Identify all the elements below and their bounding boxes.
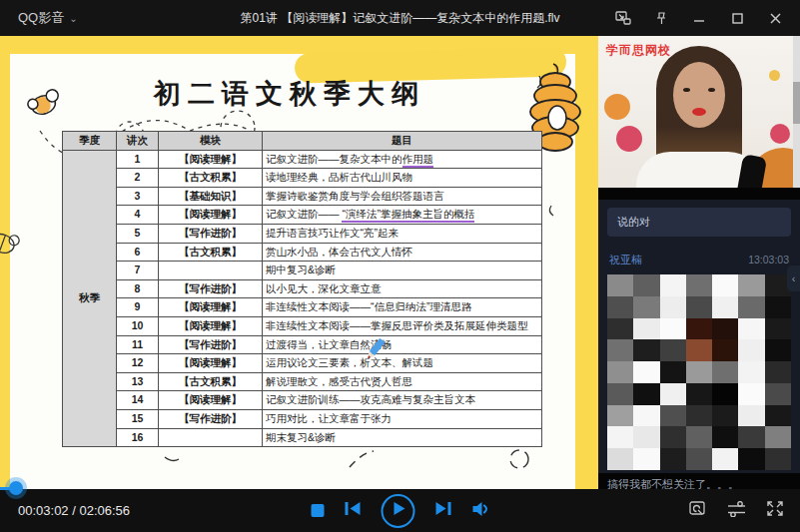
decor-circle	[604, 94, 630, 120]
maximize-icon	[731, 12, 744, 25]
censored-image	[607, 274, 791, 470]
maximize-button[interactable]	[722, 5, 752, 31]
table-row: 12 【阅读理解】 运用议论文三要素，析文本、解试题	[63, 354, 542, 373]
fullscreen-button[interactable]	[766, 500, 784, 521]
topic-cell: 巧用对比，让文章富于张力	[263, 409, 542, 428]
lecture-number: 6	[117, 243, 159, 262]
next-icon	[434, 501, 451, 520]
teacher-panel: 学而思网校 说的对 祝亚楠 13:03:03 ‹ 搞得我都不想关注了。。。	[598, 36, 800, 489]
chat-message-bubble: 说的对	[607, 208, 791, 237]
brand-watermark: 学而思网校	[606, 42, 671, 59]
table-row: 6 【古文积累】 赏山水小品，体会古代文人情怀	[63, 243, 542, 262]
lecture-number: 9	[117, 298, 159, 317]
next-button[interactable]	[434, 501, 451, 520]
lecture-number: 12	[117, 354, 159, 373]
sliders-icon	[727, 501, 746, 521]
module-label: 【阅读理解】	[159, 316, 263, 335]
module-label	[159, 262, 263, 280]
video-frame: 初二语文秋季大纲 季度讲次模块题目 秋季 1 【阅读理解】 记叙文进阶——复杂文…	[0, 36, 800, 489]
lecture-number: 11	[117, 335, 159, 354]
table-row: 8 【写作进阶】 以小见大，深化文章立意	[63, 279, 542, 298]
table-row: 2 【古文积累】 读地理经典，品析古代山川风物	[63, 169, 542, 188]
lecture-number: 14	[117, 391, 159, 410]
pin-on-top-button[interactable]	[646, 5, 676, 31]
topic-cell: 赏山水小品，体会古代文人情怀	[263, 243, 542, 262]
play-icon	[390, 501, 405, 520]
syllabus-table-body: 秋季 1 【阅读理解】 记叙文进阶——复杂文本中的作用题 2 【古文积累】 读地…	[63, 150, 542, 447]
syllabus-table-header-row: 季度讲次模块题目	[63, 132, 542, 151]
table-row: 14 【阅读理解】 记叙文进阶训练——攻克高难与复杂主旨文本	[63, 391, 542, 410]
volume-icon	[471, 501, 489, 521]
topic-cell: 记叙文进阶——复杂文本中的作用题	[263, 150, 542, 169]
module-label: 【阅读理解】	[159, 206, 263, 225]
lecture-number: 1	[117, 150, 159, 169]
minimize-icon	[692, 11, 706, 25]
topic-cell: 期末复习&诊断	[263, 428, 542, 447]
previous-button[interactable]	[344, 501, 361, 520]
topic-cell: 期中复习&诊断	[263, 262, 542, 280]
mini-window-icon	[615, 11, 631, 25]
topic-cell: 非连续性文本阅读——“信息归纳法”理清思路	[263, 298, 542, 317]
table-row: 13 【古文积累】 解说理散文，感受古代贤人哲思	[63, 372, 542, 391]
lecture-number: 8	[117, 279, 159, 298]
table-row: 4 【阅读理解】 记叙文进阶—— “演绎法”掌握抽象主旨的概括	[63, 206, 542, 225]
lecture-number: 15	[117, 409, 159, 428]
lesson-slide: 初二语文秋季大纲 季度讲次模块题目 秋季 1 【阅读理解】 记叙文进阶——复杂文…	[0, 36, 598, 489]
webcam-letterbox	[598, 188, 800, 200]
lecture-number: 7	[117, 262, 159, 280]
mini-mode-button[interactable]	[608, 5, 638, 31]
close-button[interactable]	[760, 5, 790, 31]
time-display: 00:03:02 / 02:06:56	[18, 489, 130, 532]
toolbox-button[interactable]	[689, 500, 707, 521]
module-label: 【写作进阶】	[159, 279, 263, 298]
season-cell: 秋季	[63, 150, 117, 447]
module-label: 【古文积累】	[159, 372, 263, 391]
table-row: 16 期末复习&诊断	[63, 428, 542, 447]
module-label: 【阅读理解】	[159, 354, 263, 373]
syllabus-table: 季度讲次模块题目 秋季 1 【阅读理解】 记叙文进阶——复杂文本中的作用题 2 …	[62, 131, 542, 447]
toolbox-icon	[689, 500, 707, 521]
lecture-number: 4	[117, 206, 159, 225]
lecture-number: 10	[117, 316, 159, 335]
table-row: 7 期中复习&诊断	[63, 262, 542, 280]
module-label	[159, 428, 263, 447]
column-header: 季度	[63, 132, 117, 151]
teacher-face	[673, 62, 725, 128]
qq-player-window: QQ影音 ⌄ 第01讲 【阅读理解】记叙文进阶——复杂文本中的作用题.flv	[0, 0, 800, 532]
lecture-number: 3	[117, 187, 159, 206]
app-name-label: QQ影音	[18, 9, 64, 27]
chat-timestamp: 13:03:03	[748, 254, 789, 266]
column-header: 讲次	[117, 132, 159, 151]
module-label: 【阅读理解】	[159, 391, 263, 410]
stop-button[interactable]	[311, 504, 324, 517]
topic-cell: 过渡得当，让文章自然流畅	[263, 335, 542, 354]
module-label: 【写作进阶】	[159, 335, 263, 354]
topic-cell: 提升语言技巧让作文“亮”起来	[263, 224, 542, 243]
play-button[interactable]	[381, 494, 414, 528]
playlist-settings-button[interactable]	[727, 501, 746, 521]
app-menu[interactable]: QQ影音 ⌄	[18, 9, 78, 27]
module-label: 【阅读理解】	[159, 150, 263, 169]
table-row: 3 【基础知识】 掌握诗歌鉴赏角度与学会组织答题语言	[63, 187, 542, 206]
minimize-button[interactable]	[684, 5, 714, 31]
table-row: 5 【写作进阶】 提升语言技巧让作文“亮”起来	[63, 224, 542, 243]
topic-cell: 记叙文进阶—— “演绎法”掌握抽象主旨的概括	[263, 206, 542, 225]
topic-cell: 以小见大，深化文章立意	[263, 279, 542, 298]
collapse-chevron-icon: ‹	[787, 266, 800, 291]
column-header: 模块	[159, 132, 263, 151]
module-label: 【古文积累】	[159, 243, 263, 262]
decor-circle	[769, 70, 780, 81]
teacher-webcam: 学而思网校	[598, 36, 800, 188]
slide-heading: 初二语文秋季大纲	[60, 76, 519, 112]
volume-button[interactable]	[471, 501, 489, 521]
topic-cell: 解说理散文，感受古代贤人哲思	[263, 372, 542, 391]
close-icon	[769, 12, 782, 25]
chat-panel: 说的对 祝亚楠 13:03:03 ‹ 搞得我都不想关注了。。。	[598, 200, 800, 473]
fullscreen-icon	[766, 500, 784, 521]
module-label: 【写作进阶】	[159, 409, 263, 428]
lecture-number: 2	[117, 169, 159, 188]
topic-cell: 运用议论文三要素，析文本、解试题	[263, 354, 542, 373]
module-label: 【古文积累】	[159, 169, 263, 188]
stop-icon	[311, 504, 324, 517]
lecture-number: 16	[117, 428, 159, 447]
